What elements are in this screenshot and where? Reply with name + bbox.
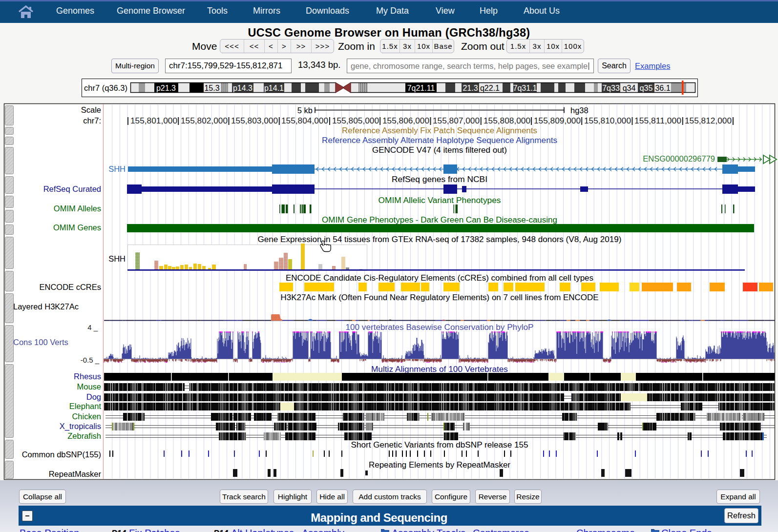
svg-text:Chicken: Chicken — [72, 412, 101, 421]
svg-text:Layered H3K27Ac: Layered H3K27Ac — [13, 302, 79, 311]
svg-text:21.3: 21.3 — [463, 84, 478, 92]
svg-text:Zebrafish: Zebrafish — [67, 431, 101, 440]
svg-text:7q21.11: 7q21.11 — [407, 84, 435, 92]
svg-text:ENCODE cCREs: ENCODE cCREs — [39, 283, 101, 291]
svg-text:155,811,000: 155,811,000 — [634, 116, 681, 125]
svg-text:SHH: SHH — [108, 254, 126, 263]
svg-text:Mouse: Mouse — [77, 382, 101, 391]
svg-text:155,810,000: 155,810,000 — [584, 116, 631, 125]
svg-text:7q31.1: 7q31.1 — [513, 84, 537, 92]
svg-text:155,803,000: 155,803,000 — [231, 116, 278, 125]
svg-text:RepeatMasker: RepeatMasker — [49, 470, 102, 478]
svg-text:5 kb: 5 kb — [297, 106, 313, 115]
svg-text:chr7:: chr7: — [83, 116, 101, 125]
svg-text:p21.3: p21.3 — [156, 84, 176, 92]
svg-text:7q33: 7q33 — [602, 84, 620, 92]
svg-text:H3K27Ac Mark (Often Found Near: H3K27Ac Mark (Often Found Near Regulator… — [281, 293, 599, 302]
svg-text:15.3: 15.3 — [204, 84, 219, 92]
svg-text:Scale: Scale — [81, 105, 101, 114]
svg-text:Reference Assembly Alternate H: Reference Assembly Alternate Haplotype S… — [322, 136, 557, 144]
svg-text:RefSeq Curated: RefSeq Curated — [43, 184, 101, 193]
svg-text:4 _: 4 _ — [87, 323, 98, 331]
svg-text:Repeating Elements by RepeatMa: Repeating Elements by RepeatMasker — [369, 461, 511, 469]
svg-text:q22.1: q22.1 — [480, 84, 500, 92]
svg-text:Reference Assembly Fix Patch S: Reference Assembly Fix Patch Sequence Al… — [342, 126, 537, 135]
svg-text:Gene Expression in 54 tissues: Gene Expression in 54 tissues from GTEx … — [258, 235, 622, 244]
svg-text:ENSG00000296779: ENSG00000296779 — [643, 154, 715, 163]
svg-text:155,808,000: 155,808,000 — [484, 116, 530, 125]
svg-text:Short Genetic Variants from db: Short Genetic Variants from dbSNP releas… — [351, 441, 528, 449]
svg-text:OMIM Allelic Variant Phenotype: OMIM Allelic Variant Phenotypes — [378, 196, 501, 205]
svg-text:Multiz Alignments of 100 Verte: Multiz Alignments of 100 Vertebrates — [371, 365, 508, 373]
svg-text:OMIM Gene Phenotypes - Dark Gr: OMIM Gene Phenotypes - Dark Green Can Be… — [322, 216, 557, 224]
svg-text:155,809,000: 155,809,000 — [534, 116, 581, 125]
svg-text:-0.5 _: -0.5 _ — [81, 356, 100, 364]
svg-text:OMIM Alleles: OMIM Alleles — [54, 204, 101, 213]
svg-text:p14.3: p14.3 — [233, 84, 252, 92]
svg-text:GENCODE V47 (4 items filtered: GENCODE V47 (4 items filtered out) — [372, 146, 507, 154]
svg-text:q35: q35 — [640, 84, 653, 92]
svg-text:p14.1: p14.1 — [264, 84, 284, 92]
svg-text:155,812,000: 155,812,000 — [685, 116, 732, 125]
svg-text:155,802,000: 155,802,000 — [181, 116, 228, 125]
svg-text:ENCODE Candidate Cis-Regulator: ENCODE Candidate Cis-Regulatory Elements… — [286, 274, 593, 282]
svg-text:36.1: 36.1 — [655, 84, 670, 92]
svg-text:155,801,000: 155,801,000 — [130, 116, 177, 125]
svg-text:155,807,000: 155,807,000 — [433, 116, 480, 125]
svg-text:q34: q34 — [623, 84, 636, 92]
svg-text:Dog: Dog — [86, 392, 101, 401]
svg-text:Cons 100 Verts: Cons 100 Verts — [13, 338, 68, 347]
svg-text:Common dbSNP(155): Common dbSNP(155) — [22, 450, 101, 459]
svg-text:hg38: hg38 — [570, 106, 589, 115]
svg-text:RefSeq genes from NCBI: RefSeq genes from NCBI — [392, 175, 487, 184]
svg-text:X_tropicalis: X_tropicalis — [60, 422, 101, 431]
svg-text:155,804,000: 155,804,000 — [281, 116, 328, 125]
svg-text:155,805,000: 155,805,000 — [332, 116, 379, 125]
svg-text:155,806,000: 155,806,000 — [382, 116, 429, 125]
svg-text:Rhesus: Rhesus — [74, 372, 101, 381]
svg-text:chr7 (q36.3): chr7 (q36.3) — [84, 83, 127, 92]
svg-text:SHH: SHH — [108, 164, 126, 173]
svg-text:OMIM Genes: OMIM Genes — [53, 223, 101, 232]
svg-text:100 vertebrates Basewise Conse: 100 vertebrates Basewise Conservation by… — [346, 323, 534, 331]
svg-text:Elephant: Elephant — [69, 402, 102, 410]
